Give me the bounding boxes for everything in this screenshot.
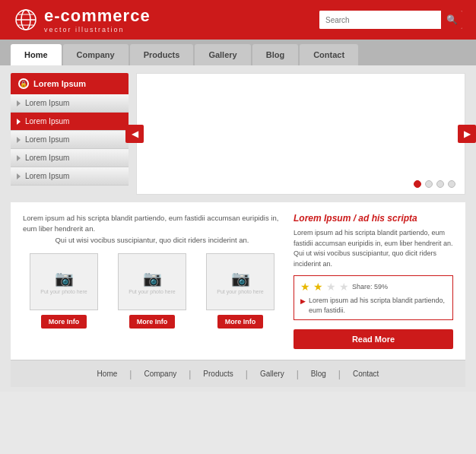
search-button[interactable]: 🔍 [441, 11, 462, 29]
footer-nav-contact[interactable]: Contact [341, 370, 391, 378]
footer-nav-products[interactable]: Products [191, 370, 245, 378]
product-cards: 📷 Put your photo here More Info 📷 Put yo… [23, 253, 281, 329]
sidebar-item-5[interactable]: Lorem Ipsum [11, 167, 129, 186]
comment-text: Lorem ipsum ad his scripta blandit parti… [309, 296, 446, 315]
review-comment: ▶ Lorem ipsum ad his scripta blandit par… [300, 296, 446, 315]
products-top: Lorem ipsum ad his scripta blandit parti… [23, 213, 453, 349]
nav-tab-home[interactable]: Home [11, 44, 62, 65]
nav-tab-gallery[interactable]: Gallery [195, 44, 250, 65]
logo-title: e-commerce [44, 6, 151, 26]
sidebar-item-3[interactable]: Lorem Ipsum [11, 131, 129, 149]
arrow-icon-1 [17, 100, 21, 106]
arrow-icon-5 [17, 173, 21, 179]
product-placeholder-text-3: Put your photo here [217, 289, 264, 294]
sidebar: 🔒 Lorem Ipsum Lorem Ipsum Lorem Ipsum Lo… [11, 73, 129, 195]
arrow-icon-3 [17, 137, 21, 143]
slider-arrow-right[interactable]: ▶ [458, 125, 476, 143]
product-image-1: 📷 Put your photo here [30, 253, 98, 310]
stars-row: ★ ★ ★ ★ Share: 59% [300, 281, 446, 293]
sidebar-item-1[interactable]: Lorem Ipsum [11, 94, 129, 113]
footer-nav-company[interactable]: Company [132, 370, 189, 378]
review-title: Lorem Ipsum / ad his scripta [294, 213, 453, 224]
review-box: ★ ★ ★ ★ Share: 59% ▶ Lorem ipsum ad his … [294, 275, 453, 320]
products-left: Lorem ipsum ad his scripta blandit parti… [23, 213, 281, 349]
logo-text: e-commerce vector illustration [44, 6, 151, 33]
search-input[interactable] [319, 11, 441, 29]
header: e-commerce vector illustration 🔍 [0, 0, 476, 40]
nav-tab-contact[interactable]: Contact [300, 44, 358, 65]
product-card-2: 📷 Put your photo here More Info [111, 253, 193, 329]
slider-dots [414, 180, 455, 188]
image-placeholder-icon-1: 📷 [55, 269, 74, 287]
slider-wrapper: ◀ ▶ [136, 73, 465, 195]
product-card-3: 📷 Put your photo here More Info [199, 253, 281, 329]
sidebar-item-label-4: Lorem Ipsum [25, 154, 69, 162]
main-nav: Home Company Products Gallery Blog Conta… [0, 40, 476, 65]
globe-icon [14, 8, 38, 32]
sidebar-item-label-3: Lorem Ipsum [25, 135, 69, 144]
footer-nav: Home | Company | Products | Gallery | Bl… [11, 360, 465, 387]
comment-arrow-icon: ▶ [300, 297, 306, 306]
sidebar-header-label: Lorem Ipsum [33, 79, 86, 88]
products-description: Lorem ipsum ad his scripta blandit parti… [23, 213, 281, 246]
footer-nav-gallery[interactable]: Gallery [248, 370, 297, 378]
review-description: Lorem ipsum ad his scripta blandit parti… [294, 228, 453, 269]
product-image-2: 📷 Put your photo here [118, 253, 186, 310]
share-text: Share: 59% [352, 283, 388, 290]
logo-area: e-commerce vector illustration [14, 6, 151, 33]
arrow-icon-2 [17, 119, 21, 125]
main-content: 🔒 Lorem Ipsum Lorem Ipsum Lorem Ipsum Lo… [0, 65, 476, 202]
footer-nav-blog[interactable]: Blog [299, 370, 338, 378]
star-1: ★ [300, 281, 310, 293]
product-placeholder-text-2: Put your photo here [129, 289, 176, 294]
nav-tab-products[interactable]: Products [130, 44, 194, 65]
star-4: ★ [339, 281, 349, 293]
star-3: ★ [326, 281, 336, 293]
read-more-button[interactable]: Read More [294, 329, 453, 349]
footer-nav-home[interactable]: Home [85, 370, 130, 378]
arrow-icon-4 [17, 155, 21, 161]
main-wrapper: 🔒 Lorem Ipsum Lorem Ipsum Lorem Ipsum Lo… [0, 65, 476, 392]
sidebar-header: 🔒 Lorem Ipsum [11, 73, 129, 94]
product-card-1: 📷 Put your photo here More Info [23, 253, 105, 329]
nav-tab-blog[interactable]: Blog [252, 44, 298, 65]
product-image-3: 📷 Put your photo here [206, 253, 274, 310]
sidebar-item-label-5: Lorem Ipsum [25, 172, 69, 180]
search-bar[interactable]: 🔍 [319, 11, 462, 29]
products-section: Lorem ipsum ad his scripta blandit parti… [11, 202, 465, 360]
sidebar-item-label-2: Lorem Ipsum [25, 117, 69, 125]
sidebar-item-4[interactable]: Lorem Ipsum [11, 149, 129, 167]
slider-dot-2[interactable] [425, 180, 433, 188]
slider-arrow-left[interactable]: ◀ [125, 125, 144, 143]
sidebar-item-2[interactable]: Lorem Ipsum [11, 113, 129, 131]
star-2: ★ [313, 281, 323, 293]
image-placeholder-icon-3: 📷 [231, 269, 250, 287]
slider-dot-1[interactable] [414, 180, 421, 188]
logo-subtitle: vector illustration [44, 26, 151, 33]
lock-icon: 🔒 [18, 78, 29, 89]
slider [136, 73, 465, 195]
slider-dot-4[interactable] [448, 180, 455, 188]
review-panel: Lorem Ipsum / ad his scripta Lorem ipsum… [294, 213, 453, 349]
slider-dot-3[interactable] [436, 180, 444, 188]
product-placeholder-text-1: Put your photo here [40, 289, 87, 294]
more-info-button-2[interactable]: More Info [129, 315, 176, 329]
more-info-button-1[interactable]: More Info [41, 315, 87, 329]
sidebar-item-label-1: Lorem Ipsum [25, 99, 69, 107]
image-placeholder-icon-2: 📷 [143, 269, 162, 287]
nav-tab-company[interactable]: Company [63, 44, 129, 65]
more-info-button-3[interactable]: More Info [217, 315, 264, 329]
